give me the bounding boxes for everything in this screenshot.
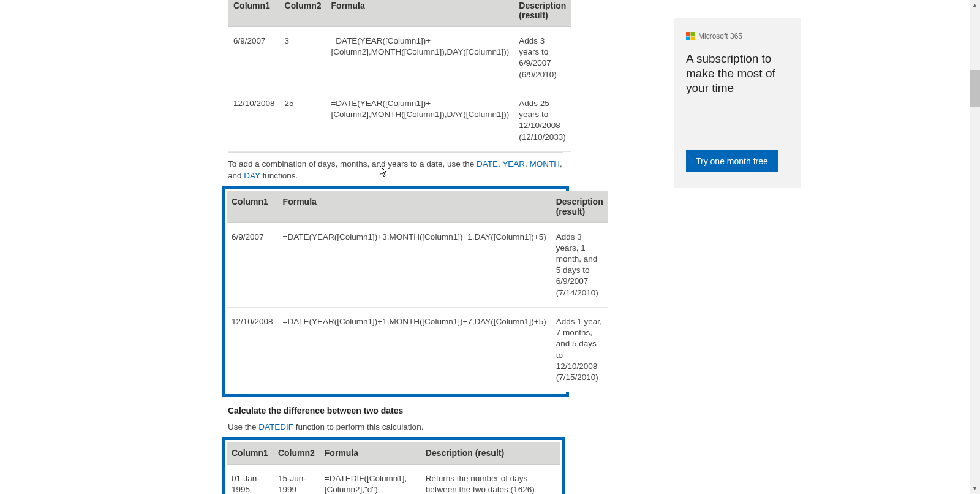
svg-rect-3	[691, 37, 695, 41]
link-datedif[interactable]: DATEDIF	[258, 422, 293, 431]
highlight-box-combination: Column1 Formula Description (result) 6/9…	[222, 186, 569, 398]
table-row: 12/10/2008 25 =DATE(YEAR([Column1])+[Col…	[228, 89, 571, 151]
main-content: Column1 Column2 Formula Description (res…	[228, 0, 564, 494]
intro-datedif-text: Use the DATEDIF function to perform this…	[228, 422, 564, 433]
try-free-button[interactable]: Try one month free	[686, 150, 778, 172]
link-date[interactable]: DATE	[477, 159, 498, 169]
cell: Adds 3 years, 1 month, and 5 days to 6/9…	[551, 222, 608, 307]
scroll-thumb[interactable]	[970, 70, 980, 107]
promo-logo-text: Microsoft 365	[698, 32, 742, 40]
section-title-difference: Calculate the difference between two dat…	[228, 406, 564, 416]
highlight-box-datedif: Column1 Column2 Formula Description (res…	[222, 437, 565, 494]
cell: 01-Jan-1995	[227, 465, 273, 494]
th-column1: Column1	[227, 191, 278, 223]
cell: =DATE(YEAR([Column1])+1,MONTH([Column1])…	[278, 307, 551, 392]
th-description: Description (result)	[421, 442, 560, 465]
svg-rect-2	[686, 37, 690, 41]
intro-combination-text: To add a combination of days, months, an…	[228, 159, 564, 182]
link-day[interactable]: DAY	[244, 171, 260, 180]
th-description: Description (result)	[551, 191, 608, 223]
cell: =DATE(YEAR([Column1])+3,MONTH([Column1])…	[278, 222, 551, 307]
svg-rect-0	[686, 32, 690, 36]
promo-card: Microsoft 365 A subscription to make the…	[674, 18, 801, 188]
text: To add a combination of days, months, an…	[228, 159, 477, 169]
th-formula: Formula	[278, 191, 551, 223]
cell: 6/9/2007	[227, 222, 278, 307]
text: function to perform this calculation.	[293, 422, 423, 431]
link-month[interactable]: MONTH	[530, 159, 560, 169]
th-column1: Column1	[227, 442, 273, 465]
cell: Returns the number of days between the t…	[421, 465, 560, 494]
cell: Adds 3 years to 6/9/2007 (6/9/2010)	[514, 27, 571, 89]
microsoft-logo-icon	[686, 32, 695, 40]
cell: 6/9/2007	[228, 27, 280, 89]
cell: =DATE(YEAR([Column1])+[Column2],MONTH([C…	[326, 89, 514, 151]
table-row: 12/10/2008 =DATE(YEAR([Column1])+1,MONTH…	[227, 307, 608, 392]
table-row: 01-Jan-1995 15-Jun-1999 =DATEDIF([Column…	[227, 465, 560, 494]
th-column1: Column1	[228, 0, 280, 27]
table-add-years: Column1 Column2 Formula Description (res…	[228, 0, 564, 153]
table-row: 6/9/2007 3 =DATE(YEAR([Column1])+[Column…	[228, 27, 571, 89]
th-formula: Formula	[320, 442, 421, 465]
th-column2: Column2	[273, 442, 320, 465]
link-year[interactable]: YEAR	[502, 159, 525, 169]
promo-headline: A subscription to make the most of your …	[686, 51, 789, 95]
th-description: Description (result)	[514, 0, 571, 27]
cell: =DATEDIF([Column1], [Column2],"d")	[320, 465, 421, 494]
cell: 15-Jun-1999	[273, 465, 320, 494]
cell: Adds 25 years to 12/10/2008 (12/10/2033)	[514, 89, 571, 151]
cell: 12/10/2008	[228, 89, 280, 151]
cell: 3	[280, 27, 326, 89]
vertical-scrollbar[interactable]: ▲ ▼	[970, 0, 980, 494]
text: ,	[525, 159, 530, 169]
th-column2: Column2	[280, 0, 326, 27]
th-formula: Formula	[326, 0, 514, 27]
promo-logo-row: Microsoft 365	[686, 32, 789, 40]
table-row: 6/9/2007 =DATE(YEAR([Column1])+3,MONTH([…	[227, 222, 608, 307]
scroll-down-button[interactable]: ▼	[970, 484, 980, 494]
svg-rect-1	[691, 32, 695, 36]
cell: 12/10/2008	[227, 307, 278, 392]
scroll-up-button[interactable]: ▲	[970, 0, 980, 10]
cell: Adds 1 year, 7 months, and 5 days to 12/…	[551, 307, 608, 392]
text: functions.	[260, 171, 298, 180]
cell: =DATE(YEAR([Column1])+[Column2],MONTH([C…	[326, 27, 514, 89]
cell: 25	[280, 89, 326, 151]
text: Use the	[228, 422, 258, 431]
